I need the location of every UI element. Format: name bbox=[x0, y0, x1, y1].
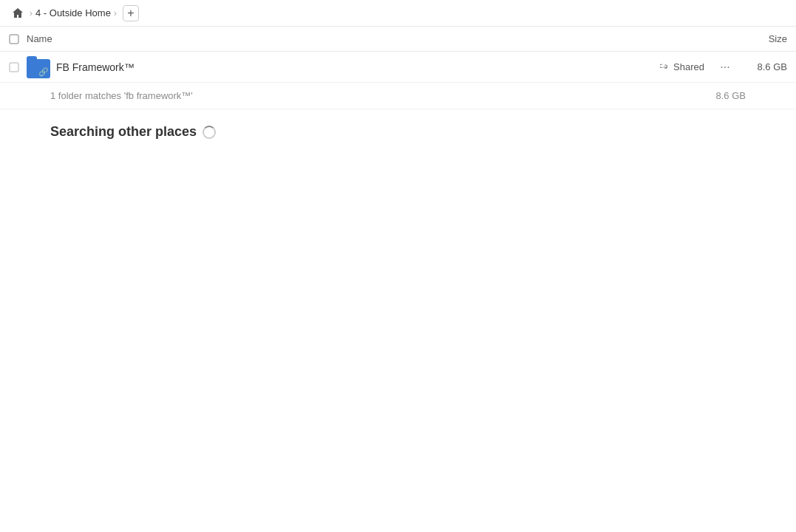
shared-label: Shared bbox=[673, 61, 704, 72]
file-checkbox[interactable] bbox=[9, 62, 27, 72]
search-results-info: 1 folder matches 'fb framework™' 8.6 GB bbox=[0, 83, 796, 109]
breadcrumb-separator2: › bbox=[114, 8, 117, 18]
file-row[interactable]: 🔗 FB Framework™ Shared ··· 8.6 GB bbox=[0, 52, 796, 83]
more-icon: ··· bbox=[720, 61, 729, 74]
svg-rect-0 bbox=[10, 35, 18, 44]
home-icon bbox=[12, 7, 24, 19]
home-button[interactable] bbox=[9, 6, 27, 21]
column-name-header: Name bbox=[27, 33, 728, 44]
select-all-checkbox[interactable] bbox=[9, 34, 27, 44]
file-badges: Shared bbox=[660, 61, 704, 72]
search-total-size: 8.6 GB bbox=[716, 90, 746, 101]
matches-text: 1 folder matches 'fb framework™' bbox=[50, 90, 193, 101]
column-header-row: Name Size bbox=[0, 27, 796, 52]
breadcrumb-item[interactable]: 4 - Outside Home bbox=[35, 7, 111, 18]
column-size-header: Size bbox=[728, 33, 787, 44]
searching-section: Searching other places bbox=[0, 109, 796, 154]
file-name-label: FB Framework™ bbox=[56, 61, 660, 73]
add-button[interactable]: + bbox=[123, 5, 139, 21]
breadcrumb-bar: › 4 - Outside Home › + bbox=[0, 0, 796, 27]
file-size-label: 8.6 GB bbox=[743, 61, 787, 72]
loading-spinner bbox=[203, 126, 216, 139]
svg-rect-1 bbox=[10, 63, 18, 72]
shared-badge: Shared bbox=[660, 61, 704, 72]
row-checkbox-icon bbox=[9, 62, 19, 72]
breadcrumb-separator: › bbox=[30, 8, 33, 18]
file-type-icon: 🔗 bbox=[27, 55, 50, 79]
link-icon bbox=[660, 62, 670, 72]
breadcrumb-item-label: 4 - Outside Home bbox=[35, 7, 111, 18]
checkbox-icon bbox=[9, 34, 19, 44]
searching-label: Searching other places bbox=[50, 124, 197, 140]
more-options-button[interactable]: ··· bbox=[716, 58, 734, 76]
